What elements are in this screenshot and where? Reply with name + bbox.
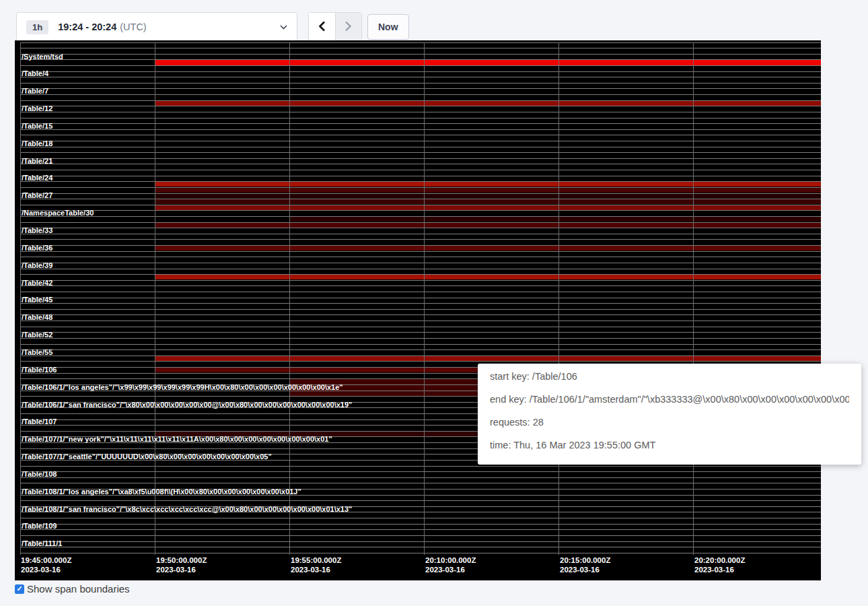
span-boundary-line — [20, 222, 821, 223]
heat-band[interactable] — [155, 246, 821, 250]
heat-band[interactable] — [155, 199, 821, 204]
heat-band[interactable] — [289, 217, 821, 222]
span-boundary-line — [20, 129, 821, 130]
span-row-label: /Table/15 — [22, 122, 52, 130]
span-row-label: /NamespaceTable/30 — [22, 209, 94, 217]
now-button[interactable]: Now — [367, 14, 409, 40]
span-row-label: /Table/106/1/"los angeles"/"\x99\x99\x99… — [22, 383, 343, 391]
span-boundary-line — [20, 123, 821, 124]
span-boundary-line — [20, 361, 821, 362]
hover-tooltip: start key: /Table/106 end key: /Table/10… — [478, 364, 861, 465]
span-boundary-line — [20, 518, 821, 518]
heat-band[interactable] — [155, 194, 821, 199]
span-boundary-line — [20, 94, 821, 95]
span-boundary-line — [20, 524, 821, 525]
span-boundary-line — [20, 152, 821, 153]
span-boundary-line — [20, 199, 821, 199]
span-row-label: /Table/106 — [22, 366, 57, 374]
show-span-boundaries-label: Show span boundaries — [27, 583, 130, 595]
span-row-label: /Table/36 — [22, 244, 52, 252]
span-boundary-line — [20, 239, 821, 240]
span-row-label: /Table/48 — [22, 313, 52, 321]
span-row-label: /Table/108/1/"los angeles"/"\xa8\xf5\u00… — [22, 487, 301, 496]
span-boundary-line — [20, 541, 821, 542]
span-row-label: /Table/109 — [22, 522, 57, 530]
time-gridline — [693, 42, 694, 556]
heat-band[interactable] — [155, 275, 821, 279]
span-boundary-line — [20, 141, 821, 141]
time-axis-date: 2023-03-16 — [156, 565, 207, 574]
span-boundary-line — [20, 471, 821, 472]
span-boundary-line — [20, 205, 821, 205]
span-boundary-line — [20, 71, 821, 72]
tooltip-start-key: start key: /Table/106 — [490, 370, 849, 384]
span-row-label: /Table/18 — [22, 139, 52, 147]
span-row-label: /Table/45 — [22, 296, 52, 304]
span-boundary-line — [20, 77, 821, 77]
span-row-label: /Table/106/1/"san francisco"/"\x80\x00\x… — [22, 401, 352, 409]
heat-band[interactable] — [155, 101, 821, 106]
span-boundary-line — [20, 280, 821, 281]
span-boundary-line — [20, 187, 821, 188]
span-boundary-line — [20, 158, 821, 159]
prev-range-button[interactable] — [309, 13, 335, 41]
heat-band[interactable] — [155, 223, 821, 228]
span-boundary-line — [20, 210, 821, 211]
span-row-label: /Table/24 — [22, 174, 52, 182]
span-row-label: /Table/107/1/"seattle"/"UUUUUUD\x00\x80\… — [22, 452, 272, 461]
heat-band[interactable] — [155, 356, 821, 361]
span-boundary-line — [20, 269, 821, 269]
show-span-boundaries-toggle[interactable]: ✓ Show span boundaries — [15, 583, 130, 595]
time-range-select[interactable]: 1h 19:24 - 20:24 (UTC) — [16, 12, 297, 42]
span-boundary-line — [20, 483, 821, 483]
span-row-label: /Table/12 — [22, 104, 52, 112]
span-boundary-line — [20, 327, 821, 327]
span-boundary-line — [20, 100, 821, 101]
time-axis-time: 19:45:00.000Z — [21, 556, 71, 565]
time-gridline — [155, 42, 155, 556]
span-boundary-line — [20, 251, 821, 252]
time-axis-date: 2023-03-16 — [560, 565, 610, 574]
span-boundary-line — [20, 245, 821, 246]
span-row-label: /Table/21 — [22, 157, 52, 165]
span-boundary-line — [20, 59, 821, 60]
key-visualizer-canvas[interactable]: /System/tsd/Table/4/Table/7/Table/12/Tab… — [15, 40, 821, 580]
span-boundary-line — [20, 356, 821, 356]
span-row-label: /Table/111/1 — [22, 539, 62, 547]
time-gridline — [558, 42, 559, 556]
time-axis-time: 20:15:00.000Z — [560, 556, 610, 565]
span-boundary-line — [20, 553, 821, 553]
span-row-label: /Table/107/1/"new york"/"\x11\x11\x11\x1… — [22, 435, 332, 443]
heat-band[interactable] — [155, 205, 821, 210]
span-row-label: /Table/7 — [22, 87, 48, 95]
time-gridline — [289, 42, 290, 556]
span-row-label: /Table/4 — [22, 69, 48, 77]
tooltip-end-key: end key: /Table/106/1/"amsterdam"/"\xb33… — [490, 393, 849, 407]
heat-band[interactable] — [155, 182, 821, 187]
heat-band[interactable] — [155, 188, 821, 193]
span-boundary-line — [20, 65, 821, 66]
time-axis-time: 20:10:00.000Z — [425, 556, 476, 565]
span-boundary-line — [20, 228, 821, 228]
span-boundary-line — [20, 112, 821, 112]
span-boundary-line — [20, 285, 821, 286]
span-boundary-line — [20, 176, 821, 176]
span-row-label: /Table/55 — [22, 348, 52, 356]
span-boundary-line — [20, 263, 821, 263]
span-boundary-line — [20, 193, 821, 194]
time-axis-date: 2023-03-16 — [425, 565, 476, 574]
span-boundary-line — [20, 321, 821, 321]
span-boundary-line — [20, 292, 821, 292]
span-boundary-line — [20, 147, 821, 147]
time-axis-date: 2023-03-16 — [694, 565, 745, 574]
span-boundary-line — [20, 83, 821, 83]
span-boundary-line — [20, 314, 821, 315]
span-row-label: /Table/39 — [22, 261, 52, 269]
span-boundary-line — [20, 106, 821, 106]
span-row-label: /Table/33 — [22, 226, 52, 234]
next-range-button[interactable] — [335, 13, 362, 41]
show-span-boundaries-checkbox[interactable]: ✓ — [15, 584, 24, 594]
span-boundary-line — [20, 274, 821, 275]
heat-band[interactable] — [155, 60, 821, 65]
span-boundary-line — [20, 535, 821, 536]
